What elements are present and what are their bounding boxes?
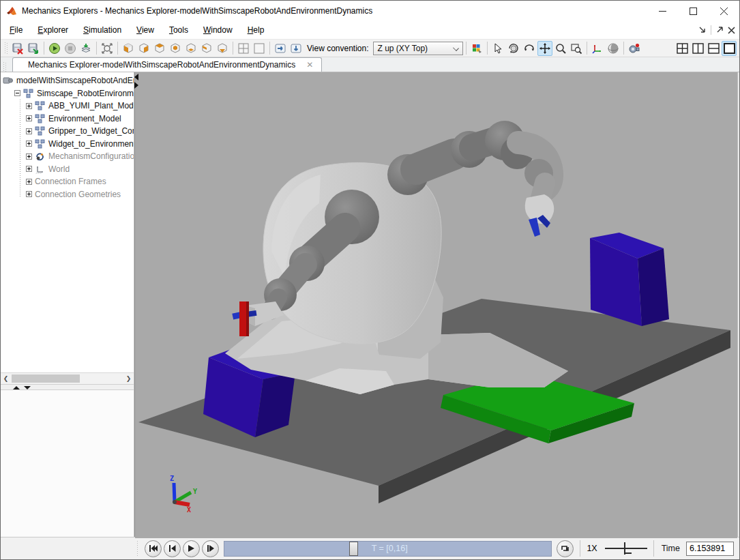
tree-toggle[interactable] bbox=[26, 141, 32, 147]
tree-toggle[interactable] bbox=[14, 90, 20, 96]
export-model-icon[interactable] bbox=[26, 41, 41, 56]
splitter-collapse-up-icon[interactable] bbox=[13, 386, 20, 389]
side-view-cube-icon[interactable] bbox=[199, 41, 214, 56]
orbit-tool-icon[interactable] bbox=[506, 41, 521, 56]
tree-item-label: Gripper_to_Widget_Contact bbox=[48, 126, 134, 136]
tree-item[interactable]: Widget_to_Environment_Contact bbox=[1, 138, 134, 151]
dock-down-icon[interactable] bbox=[288, 41, 304, 56]
undock-arrow-icon[interactable] bbox=[715, 26, 724, 34]
scroll-left-icon[interactable]: ❮ bbox=[1, 374, 10, 383]
tree-item-label: MechanismConfiguration bbox=[48, 151, 134, 161]
speed-slider[interactable] bbox=[605, 541, 647, 556]
bottom-view-cube-icon[interactable] bbox=[183, 41, 198, 56]
four-pane-view-icon[interactable] bbox=[236, 41, 251, 56]
iso-view-cube-icon[interactable] bbox=[121, 41, 136, 56]
menu-item[interactable]: File bbox=[2, 22, 30, 38]
menu-item[interactable]: Simulation bbox=[76, 22, 129, 38]
tree-item-icon bbox=[35, 151, 46, 161]
time-slider-track[interactable]: T = [0,16] bbox=[224, 541, 552, 557]
play-button[interactable] bbox=[183, 540, 200, 557]
view-ball-icon[interactable] bbox=[606, 41, 621, 56]
playbar-grip[interactable] bbox=[137, 541, 140, 556]
panel-splitter[interactable] bbox=[1, 384, 134, 390]
tree-item[interactable]: MechanismConfiguration bbox=[1, 150, 134, 163]
tree-toggle[interactable] bbox=[26, 128, 32, 134]
tree-item[interactable]: Gripper_to_Widget_Contact bbox=[1, 125, 134, 138]
time-slider-thumb[interactable] bbox=[349, 542, 358, 556]
3d-viewport[interactable]: Z Y X bbox=[134, 72, 737, 537]
menu-item[interactable]: Explorer bbox=[30, 22, 76, 38]
front-view-cube-icon[interactable] bbox=[136, 41, 151, 56]
splitter-collapse-left-icon[interactable] bbox=[134, 74, 138, 80]
corner-view-cube-icon[interactable] bbox=[215, 41, 230, 56]
tab-close-icon[interactable]: ✕ bbox=[306, 61, 313, 69]
record-video-icon[interactable] bbox=[627, 41, 642, 56]
divider bbox=[269, 42, 270, 55]
back-view-cube-icon[interactable] bbox=[152, 41, 167, 56]
menu-item[interactable]: Help bbox=[240, 22, 272, 38]
visual-settings-icon[interactable] bbox=[469, 41, 484, 56]
tree-toggle[interactable] bbox=[26, 166, 32, 172]
stop-icon[interactable] bbox=[63, 41, 78, 56]
show-triad-icon[interactable] bbox=[590, 41, 605, 56]
time-input[interactable] bbox=[686, 542, 734, 556]
layout-hsplit-icon[interactable] bbox=[706, 41, 721, 56]
layout-single-icon[interactable] bbox=[722, 41, 737, 56]
view-convention-value: Z up (XY Top) bbox=[378, 44, 428, 53]
step-back-button[interactable] bbox=[164, 540, 181, 557]
toolbar: View convention: Z up (XY Top) bbox=[1, 40, 739, 57]
loop-playback-button[interactable] bbox=[557, 540, 574, 557]
maximize-button[interactable] bbox=[678, 1, 709, 21]
minimize-button[interactable] bbox=[647, 1, 678, 21]
go-to-start-button[interactable] bbox=[145, 540, 162, 557]
scroll-right-icon[interactable]: ❯ bbox=[124, 374, 133, 383]
top-view-cube-icon[interactable] bbox=[168, 41, 183, 56]
single-pane-view-icon[interactable] bbox=[252, 41, 267, 56]
model-tree: modelWithSimscapeRobotAndEnvironmentDyna… bbox=[1, 72, 134, 372]
menu-item[interactable]: View bbox=[129, 22, 162, 38]
tab-label: Mechanics Explorer-modelWithSimscapeRobo… bbox=[28, 60, 295, 70]
roll-tool-icon[interactable] bbox=[522, 41, 537, 56]
fit-to-view-icon[interactable] bbox=[100, 41, 115, 56]
play-icon[interactable] bbox=[47, 41, 62, 56]
stack-frames-icon[interactable] bbox=[78, 41, 93, 56]
step-forward-button[interactable] bbox=[202, 540, 219, 557]
splitter-collapse-down-icon[interactable] bbox=[24, 386, 31, 389]
layout-vsplit-icon[interactable] bbox=[690, 41, 705, 56]
tree-toggle[interactable] bbox=[26, 153, 32, 160]
dock-arrow-icon[interactable] bbox=[698, 26, 707, 34]
tree-item[interactable]: Environment_Model bbox=[1, 113, 134, 126]
toolbar-grip[interactable] bbox=[5, 42, 8, 55]
dock-right-icon[interactable] bbox=[273, 41, 288, 56]
tree-toggle[interactable] bbox=[26, 191, 32, 197]
tree-toggle[interactable] bbox=[26, 103, 32, 109]
tree-item[interactable]: Connection Geometries bbox=[1, 188, 134, 201]
zoom-tool-icon[interactable] bbox=[553, 41, 568, 56]
view-convention-dropdown[interactable]: Z up (XY Top) bbox=[373, 42, 463, 55]
menu-item[interactable]: Window bbox=[196, 22, 240, 38]
tree-item[interactable]: Simscape_RobotEnvironmentDynamics bbox=[1, 87, 134, 100]
tree-toggle[interactable] bbox=[26, 179, 32, 185]
splitter-expand-right-icon[interactable] bbox=[134, 82, 138, 89]
explorer-tab[interactable]: Mechanics Explorer-modelWithSimscapeRobo… bbox=[12, 57, 322, 72]
axis-y-label: Y bbox=[193, 488, 197, 495]
tree-horizontal-scrollbar[interactable]: ❮ ❯ bbox=[1, 372, 134, 384]
layout-grid-icon[interactable] bbox=[675, 41, 690, 56]
tree-toggle[interactable] bbox=[26, 115, 32, 121]
pan-tool-icon[interactable] bbox=[537, 41, 552, 56]
select-tool-icon[interactable] bbox=[490, 41, 505, 56]
scrollbar-thumb[interactable] bbox=[12, 374, 80, 383]
divider bbox=[653, 540, 654, 557]
zoom-region-tool-icon[interactable] bbox=[569, 41, 584, 56]
tree-item[interactable]: modelWithSimscapeRobotAndEnvironmentDyna… bbox=[1, 74, 134, 87]
close-button[interactable] bbox=[709, 1, 739, 21]
tabbar-grip[interactable] bbox=[3, 62, 7, 72]
tree-item[interactable]: ABB_YUMI_Plant_Model bbox=[1, 100, 134, 113]
menu-item[interactable]: Tools bbox=[162, 22, 196, 38]
panel-close-icon[interactable] bbox=[728, 27, 735, 34]
save-model-icon[interactable] bbox=[10, 41, 25, 56]
tree-item[interactable]: Connection Frames bbox=[1, 175, 134, 188]
tree-viewport-splitter[interactable] bbox=[134, 74, 138, 94]
tree-item[interactable]: World bbox=[1, 163, 134, 176]
divider bbox=[466, 42, 467, 55]
